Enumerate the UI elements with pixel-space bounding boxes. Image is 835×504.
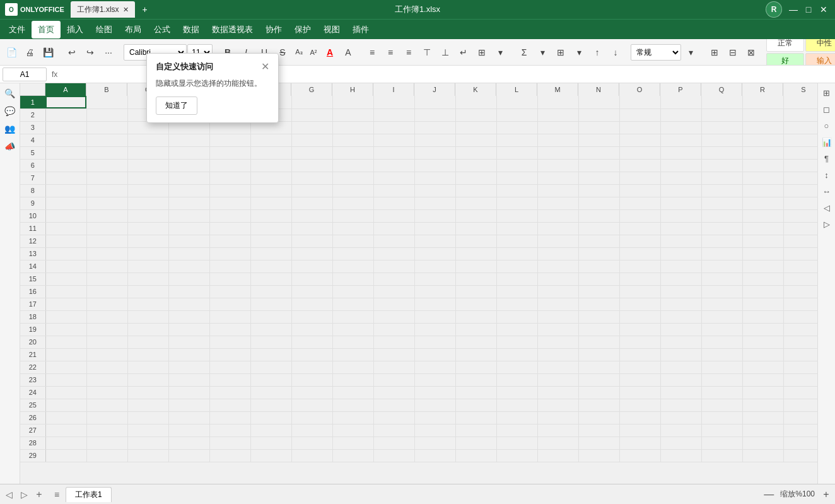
col-header-B[interactable]: B — [86, 83, 127, 96]
cell-M21[interactable] — [537, 348, 578, 361]
cell-D20[interactable] — [168, 336, 209, 348]
cell-G20[interactable] — [291, 336, 332, 348]
cell-O29[interactable] — [619, 449, 660, 462]
cell-N21[interactable] — [578, 348, 619, 361]
cell-L6[interactable] — [496, 159, 537, 172]
cell-L8[interactable] — [496, 184, 537, 197]
superscript-btn[interactable]: A² — [307, 45, 320, 59]
cell-R1[interactable] — [742, 96, 783, 108]
row-num-26[interactable]: 26 — [20, 411, 45, 424]
cell-G23[interactable] — [291, 373, 332, 386]
cell-S16[interactable] — [783, 285, 817, 298]
cell-O18[interactable] — [619, 310, 660, 323]
cell-C12[interactable] — [127, 235, 168, 247]
cell-S10[interactable] — [783, 209, 817, 222]
cell-B13[interactable] — [86, 247, 127, 260]
announce-sidebar-icon[interactable]: 📣 — [3, 139, 18, 154]
right-icon-row[interactable]: ↕ — [820, 168, 834, 182]
cell-C5[interactable] — [127, 146, 168, 159]
cell-I2[interactable] — [373, 108, 414, 121]
row-num-4[interactable]: 4 — [20, 134, 45, 146]
cell-D25[interactable] — [168, 399, 209, 411]
cell-E22[interactable] — [209, 361, 250, 373]
cell-Q7[interactable] — [701, 172, 742, 184]
cell-J16[interactable] — [414, 285, 455, 298]
cell-E25[interactable] — [209, 399, 250, 411]
cell-H21[interactable] — [332, 348, 373, 361]
cell-J24[interactable] — [414, 386, 455, 399]
cell-M18[interactable] — [537, 310, 578, 323]
cell-H14[interactable] — [332, 260, 373, 273]
minimize-btn[interactable]: — — [787, 3, 800, 16]
cell-Q25[interactable] — [701, 399, 742, 411]
cell-N26[interactable] — [578, 411, 619, 424]
cell-S7[interactable] — [783, 172, 817, 184]
cell-M14[interactable] — [537, 260, 578, 273]
cell-S14[interactable] — [783, 260, 817, 273]
cell-Q15[interactable] — [701, 273, 742, 285]
sum-btn[interactable]: Σ — [515, 44, 533, 61]
cell-C27[interactable] — [127, 424, 168, 437]
cell-L21[interactable] — [496, 348, 537, 361]
cell-E5[interactable] — [209, 146, 250, 159]
cell-G22[interactable] — [291, 361, 332, 373]
font-color-btn[interactable]: A — [321, 44, 339, 61]
cell-J27[interactable] — [414, 424, 455, 437]
cell-K2[interactable] — [455, 108, 496, 121]
cell-J4[interactable] — [414, 134, 455, 146]
row-num-19[interactable]: 19 — [20, 323, 45, 336]
cell-E19[interactable] — [209, 323, 250, 336]
cell-J13[interactable] — [414, 247, 455, 260]
col-header-G[interactable]: G — [291, 83, 332, 96]
popup-confirm-btn[interactable]: 知道了 — [156, 97, 197, 115]
cell-K15[interactable] — [455, 273, 496, 285]
cell-M4[interactable] — [537, 134, 578, 146]
cell-E26[interactable] — [209, 411, 250, 424]
cell-R2[interactable] — [742, 108, 783, 121]
cell-A24[interactable] — [45, 386, 86, 399]
cell-K26[interactable] — [455, 411, 496, 424]
cell-F28[interactable] — [250, 437, 291, 449]
cell-H9[interactable] — [332, 197, 373, 209]
cell-O14[interactable] — [619, 260, 660, 273]
cell-F12[interactable] — [250, 235, 291, 247]
cell-A23[interactable] — [45, 373, 86, 386]
cell-E15[interactable] — [209, 273, 250, 285]
cell-O23[interactable] — [619, 373, 660, 386]
cell-H12[interactable] — [332, 235, 373, 247]
cell-M13[interactable] — [537, 247, 578, 260]
row-num-23[interactable]: 23 — [20, 373, 45, 386]
cell-R5[interactable] — [742, 146, 783, 159]
right-icon-para[interactable]: ¶ — [820, 151, 834, 165]
cell-B20[interactable] — [86, 336, 127, 348]
cell-A7[interactable] — [45, 172, 86, 184]
cell-P1[interactable] — [660, 96, 701, 108]
maximize-btn[interactable]: □ — [802, 3, 815, 16]
undo-btn[interactable]: ↩ — [63, 44, 81, 61]
grid-container[interactable]: 1234567891011121314151617181920212223242… — [20, 96, 817, 484]
cell-Q17[interactable] — [701, 298, 742, 310]
row-num-25[interactable]: 25 — [20, 399, 45, 411]
cell-D26[interactable] — [168, 411, 209, 424]
cell-L26[interactable] — [496, 411, 537, 424]
cell-E27[interactable] — [209, 424, 250, 437]
sheet-nav-right[interactable]: ▷ — [18, 488, 30, 501]
cell-M24[interactable] — [537, 386, 578, 399]
cell-P10[interactable] — [660, 209, 701, 222]
col-header-S[interactable]: S — [783, 83, 817, 96]
cell-A10[interactable] — [45, 209, 86, 222]
cell-P9[interactable] — [660, 197, 701, 209]
cell-K5[interactable] — [455, 146, 496, 159]
subscript-btn[interactable]: A₂ — [292, 45, 306, 59]
cell-O26[interactable] — [619, 411, 660, 424]
cell-B21[interactable] — [86, 348, 127, 361]
cell-R23[interactable] — [742, 373, 783, 386]
cell-S28[interactable] — [783, 437, 817, 449]
cell-E8[interactable] — [209, 184, 250, 197]
cell-I16[interactable] — [373, 285, 414, 298]
zoom-decrease-btn[interactable]: — — [762, 488, 775, 501]
cell-H18[interactable] — [332, 310, 373, 323]
cell-C3[interactable] — [127, 121, 168, 134]
cell-I1[interactable] — [373, 96, 414, 108]
cell-L9[interactable] — [496, 197, 537, 209]
